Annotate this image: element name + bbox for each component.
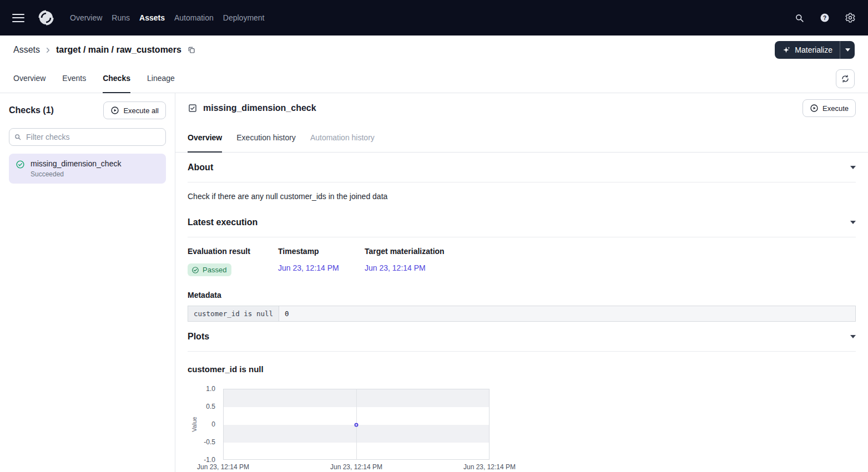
- asset-tabs: Overview Events Checks Lineage: [0, 64, 868, 93]
- target-materialization-link[interactable]: Jun 23, 12:14 PM: [365, 263, 856, 272]
- refresh-button[interactable]: [836, 69, 855, 88]
- status-badge-label: Passed: [203, 266, 226, 274]
- y-tick: 0: [188, 420, 215, 428]
- help-icon[interactable]: ?: [819, 12, 830, 23]
- metadata-table: customer_id is null 0: [188, 306, 856, 322]
- metadata-value: 0: [279, 306, 856, 322]
- timestamp-link[interactable]: Jun 23, 12:14 PM: [278, 263, 365, 272]
- nav-item-overview[interactable]: Overview: [70, 10, 102, 26]
- metadata-row: customer_id is null 0: [188, 306, 856, 322]
- check-item-name: missing_dimension_check: [31, 159, 121, 168]
- check-detail-panel: missing_dimension_check Execute Overview…: [175, 93, 868, 472]
- svg-text:?: ?: [823, 15, 826, 21]
- collapse-caret-icon[interactable]: [850, 166, 856, 169]
- column-evaluation-result: Evaluation result: [188, 247, 278, 256]
- column-target-materialization: Target materialization: [365, 247, 856, 256]
- y-tick: 1.0: [188, 385, 215, 393]
- top-nav-actions: ?: [794, 12, 856, 23]
- materialize-dropdown-button[interactable]: [840, 41, 855, 59]
- about-heading: About: [188, 163, 213, 172]
- check-item-status: Succeeded: [31, 170, 121, 178]
- dagster-logo-icon[interactable]: [37, 8, 55, 27]
- x-tick: Jun 23, 12:14 PM: [317, 463, 395, 471]
- collapse-caret-icon[interactable]: [850, 221, 856, 224]
- execute-label: Execute: [822, 104, 849, 113]
- data-point: [355, 423, 359, 427]
- materialize-split-button: Materialize: [775, 41, 855, 59]
- materialize-button-label: Materialize: [795, 45, 832, 54]
- breadcrumb-asset-path: target / main / raw_customers: [56, 45, 181, 55]
- nav-item-runs[interactable]: Runs: [112, 10, 130, 26]
- settings-gear-icon[interactable]: [845, 12, 856, 23]
- column-timestamp: Timestamp: [278, 247, 365, 256]
- latest-execution-heading: Latest execution: [188, 217, 258, 227]
- about-description: Check if there are any null customer_ids…: [188, 182, 856, 207]
- x-tick: Jun 23, 12:14 PM: [184, 463, 262, 471]
- about-section: About Check if there are any null custom…: [188, 153, 856, 207]
- detail-tab-automation-history: Automation history: [310, 123, 375, 153]
- execute-button[interactable]: Execute: [803, 99, 856, 117]
- filter-checks-input[interactable]: [9, 128, 166, 146]
- plot-area: [223, 389, 489, 460]
- latest-execution-section: Latest execution Evaluation result Times…: [188, 207, 856, 322]
- play-circle-icon: [810, 104, 819, 113]
- nav-item-automation[interactable]: Automation: [174, 10, 214, 26]
- execute-all-button[interactable]: Execute all: [103, 101, 166, 119]
- y-tick: 0.5: [188, 403, 215, 410]
- content: Checks (1) Execute all missing_dimension…: [0, 93, 868, 472]
- checks-panel-title: Checks (1): [9, 105, 54, 115]
- sparkle-icon: [782, 46, 790, 54]
- caret-down-icon: [845, 48, 850, 52]
- y-tick: -0.5: [188, 438, 215, 446]
- tab-lineage[interactable]: Lineage: [147, 64, 175, 93]
- tab-checks[interactable]: Checks: [103, 64, 130, 93]
- search-icon: [14, 133, 22, 141]
- collapse-caret-icon[interactable]: [850, 335, 856, 338]
- materialize-button[interactable]: Materialize: [775, 41, 840, 59]
- plots-heading: Plots: [188, 332, 209, 342]
- nav-item-assets[interactable]: Assets: [139, 10, 165, 26]
- refresh-icon: [841, 74, 850, 83]
- check-detail-tabs: Overview Execution history Automation hi…: [175, 123, 868, 153]
- play-circle-icon: [110, 106, 119, 115]
- chevron-right-icon: [45, 47, 51, 53]
- tab-overview[interactable]: Overview: [13, 64, 46, 93]
- check-list-item[interactable]: missing_dimension_check Succeeded: [9, 154, 166, 184]
- nav-item-deployment[interactable]: Deployment: [223, 10, 265, 26]
- metadata-heading: Metadata: [188, 291, 856, 300]
- check-detail-title: missing_dimension_check: [203, 103, 316, 113]
- menu-icon[interactable]: [12, 14, 24, 22]
- metadata-key: customer_id is null: [188, 306, 279, 322]
- y-tick: -1.0: [188, 456, 215, 464]
- top-nav: Overview Runs Assets Automation Deployme…: [0, 0, 868, 35]
- plot-chart: Value 1.0 0.5 0 -0.5 -1.0 Jun 23, 12:14 …: [188, 389, 498, 472]
- x-tick: Jun 23, 12:14 PM: [451, 463, 528, 471]
- checks-sidebar: Checks (1) Execute all missing_dimension…: [0, 93, 175, 472]
- chart-title: customer_id is null: [188, 364, 856, 374]
- detail-tab-overview[interactable]: Overview: [188, 123, 222, 153]
- top-nav-links: Overview Runs Assets Automation Deployme…: [70, 10, 265, 26]
- execute-all-label: Execute all: [123, 106, 159, 115]
- breadcrumb-row: Assets target / main / raw_customers Mat…: [0, 35, 868, 64]
- detail-tab-execution-history[interactable]: Execution history: [236, 123, 296, 153]
- tab-events[interactable]: Events: [62, 64, 86, 93]
- asset-check-icon: [188, 103, 198, 113]
- plots-section: Plots customer_id is null Value 1.0 0.5 …: [188, 322, 856, 472]
- check-success-icon: [16, 160, 25, 169]
- breadcrumb-assets-link[interactable]: Assets: [13, 45, 40, 55]
- search-icon[interactable]: [794, 13, 805, 23]
- status-badge: Passed: [188, 263, 231, 276]
- copy-icon[interactable]: [187, 45, 196, 54]
- check-circle-icon: [191, 266, 199, 274]
